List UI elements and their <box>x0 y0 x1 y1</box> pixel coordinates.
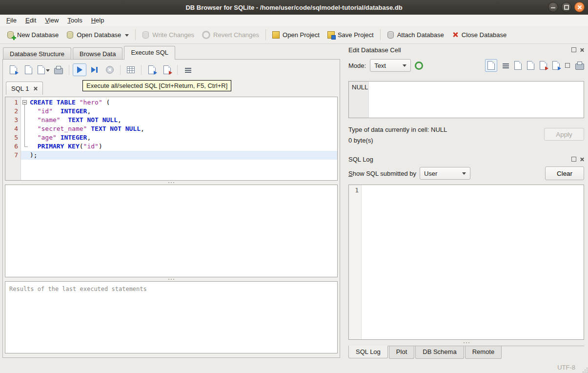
print-cell-icon[interactable] <box>575 63 584 70</box>
print-sql-button[interactable] <box>52 63 65 76</box>
save-project-button[interactable]: Save Project <box>324 29 378 41</box>
apply-button: Apply <box>544 128 584 141</box>
sql-doc-tab[interactable]: SQL 1 <box>6 82 43 95</box>
edit-cell-header: Edit Database Cell <box>348 45 584 55</box>
menu-edit[interactable]: Edit <box>21 16 41 25</box>
tab-database-structure[interactable]: Database Structure <box>3 47 71 60</box>
justify-icon[interactable] <box>503 63 509 68</box>
save-sql-file-icon <box>25 65 32 74</box>
text-mode-button[interactable] <box>485 59 497 72</box>
line-number: 7 <box>5 151 20 160</box>
maximize-icon <box>564 5 569 10</box>
dock-float-icon[interactable] <box>571 157 576 162</box>
sql-code-area[interactable]: CREATE TABLE "hero" ( "id" INTEGER, "nam… <box>21 97 337 180</box>
code-line-1[interactable]: CREATE TABLE "hero" ( <box>21 98 337 107</box>
save-sql-file-button[interactable] <box>21 63 35 76</box>
execute-line-icon <box>91 66 98 73</box>
resize-grip[interactable] <box>585 370 586 371</box>
line-number: 2 <box>5 107 20 116</box>
dock-close-icon[interactable] <box>580 48 584 52</box>
menu-file[interactable]: File <box>2 16 21 25</box>
dock-tab-plot[interactable]: Plot <box>389 346 414 359</box>
save-sql-dropdown-arrow[interactable] <box>46 69 50 74</box>
open-database-button[interactable]: Open Database <box>62 29 133 41</box>
menu-tools[interactable]: Tools <box>63 16 86 25</box>
new-database-button[interactable]: New Database <box>3 29 62 41</box>
minimize-button[interactable] <box>548 2 558 12</box>
tab-execute-sql[interactable]: Execute SQL <box>124 46 175 60</box>
sql-editor[interactable]: 1234567 CREATE TABLE "hero" ( "id" INTEG… <box>5 97 338 181</box>
stop-execution-button <box>103 63 117 76</box>
open-sql-file-button[interactable] <box>6 63 20 76</box>
open-database-dropdown-arrow[interactable] <box>125 34 129 39</box>
maximize-button[interactable] <box>561 2 571 12</box>
import-cell-icon[interactable] <box>540 61 547 70</box>
title-bar[interactable]: DB Browser for SQLite - /home/user/code/… <box>0 0 588 15</box>
submitted-by-combobox[interactable]: User <box>420 167 470 180</box>
code-line-7[interactable]: ); <box>21 151 337 160</box>
tab-browse-data[interactable]: Browse Data <box>73 47 122 60</box>
revert-changes-label: Revert Changes <box>213 31 259 39</box>
mode-combobox[interactable]: Text <box>370 59 411 72</box>
write-changes-label: Write Changes <box>152 31 194 39</box>
splitter-handle[interactable] <box>5 277 338 281</box>
cell-value[interactable]: NULL <box>352 83 368 91</box>
close-button[interactable] <box>574 2 585 12</box>
dock-tab-sql-log[interactable]: SQL Log <box>348 346 388 358</box>
export-cell-icon[interactable] <box>552 61 560 70</box>
save-sql-as-button[interactable] <box>37 63 50 76</box>
export-results-button[interactable] <box>124 63 138 76</box>
attach-database-button[interactable]: Attach Database <box>383 29 448 41</box>
line-number: 6 <box>5 142 20 151</box>
dock-tab-remote[interactable]: Remote <box>465 346 502 359</box>
set-null-icon[interactable] <box>565 63 570 68</box>
splitter-handle[interactable] <box>348 341 584 345</box>
open-external-editor-button[interactable] <box>145 63 159 76</box>
close-database-label: Close Database <box>462 31 507 39</box>
open-sql-file-icon <box>10 65 17 74</box>
menu-help[interactable]: Help <box>87 16 109 25</box>
window-title: DB Browser for SQLite - /home/user/code/… <box>185 4 402 11</box>
execute-line-button[interactable] <box>88 63 101 76</box>
menu-view[interactable]: View <box>41 16 63 25</box>
code-line-6[interactable]: PRIMARY KEY("id") <box>21 142 337 151</box>
code-line-3[interactable]: "name" TEXT NOT NULL, <box>21 116 337 124</box>
save-sql-as-icon <box>38 65 45 74</box>
database-open-icon <box>66 31 74 39</box>
filter-label: Show SQL submitted by <box>348 170 416 177</box>
splitter-handle[interactable] <box>5 181 338 185</box>
word-wrap-button[interactable] <box>181 63 195 76</box>
dock-tab-db-schema[interactable]: DB Schema <box>415 346 464 359</box>
execute-all-button[interactable] <box>73 63 86 76</box>
execution-log-pane: Results of the last executed statements <box>5 281 338 353</box>
dock-close-icon[interactable] <box>580 157 584 162</box>
line-number: 3 <box>5 116 20 124</box>
toolbar-separator <box>135 29 136 40</box>
copy-cell-icon[interactable] <box>514 61 522 70</box>
results-table-icon <box>127 66 135 73</box>
close-database-button[interactable]: Close Database <box>448 29 511 41</box>
sql-editor-gutter: 1234567 <box>5 97 21 180</box>
mode-value: Text <box>374 62 398 69</box>
cell-editor[interactable]: NULL <box>348 81 584 118</box>
paste-cell-icon[interactable] <box>527 61 534 70</box>
close-tab-icon[interactable] <box>33 86 38 91</box>
project-save-icon <box>327 31 335 39</box>
code-line-2[interactable]: "id" INTEGER, <box>21 107 337 116</box>
code-line-5[interactable]: "age" INTEGER, <box>21 133 337 142</box>
auto-completion-button[interactable] <box>160 63 174 76</box>
chevron-down-icon <box>403 64 406 69</box>
red-x-icon <box>452 31 459 38</box>
dock-float-icon[interactable] <box>571 47 576 52</box>
line-number: 1 <box>5 98 20 107</box>
attach-database-label: Attach Database <box>397 31 444 39</box>
open-project-button[interactable]: Open Project <box>268 29 324 41</box>
fold-marker-icon[interactable] <box>22 100 27 104</box>
code-line-4[interactable]: "secret_name" TEXT NOT NULL, <box>21 124 337 133</box>
revert-arrow-icon <box>202 31 210 39</box>
submitted-by-value: User <box>424 170 457 177</box>
sql-log-view[interactable]: 1 <box>348 185 584 340</box>
minimize-icon <box>551 7 555 8</box>
clear-log-button[interactable]: Clear <box>545 166 584 180</box>
auto-switch-mode-icon[interactable] <box>415 62 423 70</box>
